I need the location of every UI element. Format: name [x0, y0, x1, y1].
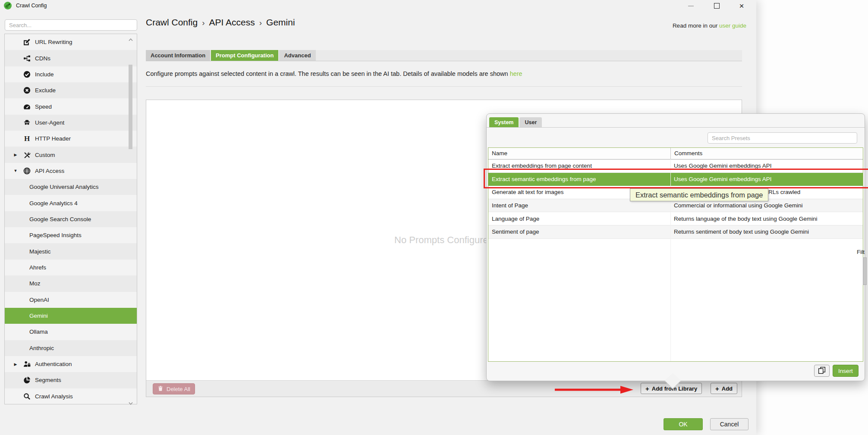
preset-name: Sentiment of page — [488, 228, 670, 235]
sidebar-item-pagespeed-insights[interactable]: PageSpeed Insights — [5, 227, 137, 243]
background-filter-label-fragment: Filt — [857, 249, 865, 255]
sidebar-item-api-access[interactable]: ▼API Access — [5, 163, 137, 179]
sidebar-search-input[interactable] — [5, 19, 137, 31]
sidebar-item-label: API Access — [35, 168, 64, 174]
sidebar-item-segments[interactable]: Segments — [5, 372, 137, 388]
app-frog-icon — [3, 1, 12, 10]
delete-all-button[interactable]: Delete All — [153, 383, 195, 394]
ok-button[interactable]: OK — [664, 418, 703, 430]
sidebar-item-label: Google Universal Analytics — [29, 184, 99, 190]
preset-comment: Uses Google Gemini embeddings API — [670, 163, 863, 169]
sidebar-item-moz[interactable]: Moz — [5, 275, 137, 291]
preset-table: Name Comments Extract embeddings from pa… — [488, 147, 863, 362]
close-button[interactable]: × — [734, 0, 749, 12]
breadcrumb-part: Crawl Config — [146, 17, 198, 27]
auth-icon — [23, 360, 31, 368]
plus-icon: + — [715, 385, 719, 392]
user-agent-icon — [23, 119, 31, 127]
models-here-link[interactable]: here — [510, 70, 522, 77]
sidebar-item-label: Google Analytics 4 — [29, 200, 78, 207]
sidebar-item-user-agent[interactable]: User-Agent — [5, 115, 137, 131]
column-header-comments[interactable]: Comments — [670, 148, 863, 159]
tab-prompt-configuration[interactable]: Prompt Configuration — [211, 50, 278, 61]
sidebar-item-crawl-analysis[interactable]: Crawl Analysis — [5, 388, 137, 404]
search-icon — [23, 392, 31, 401]
sidebar-item-label: Moz — [29, 280, 41, 287]
help-prefix: Read more in our — [673, 22, 717, 29]
sidebar-scrollbar[interactable] — [128, 34, 134, 404]
sidebar-item-speed[interactable]: Speed — [5, 98, 137, 114]
sidebar-item-label: Speed — [35, 103, 52, 110]
preset-table-header: Name Comments — [488, 148, 863, 160]
sidebar-item-label: Majestic — [29, 248, 51, 255]
sidebar-item-google-analytics-4[interactable]: Google Analytics 4 — [5, 195, 137, 211]
insert-button[interactable]: Insert — [833, 365, 859, 377]
sidebar-item-label: Custom — [35, 152, 55, 158]
breadcrumb-part: Gemini — [266, 17, 295, 27]
segments-icon — [23, 376, 31, 384]
sidebar-item-label: Authentication — [35, 361, 72, 367]
sidebar-item-label: User-Agent — [35, 119, 64, 126]
scroll-up-icon[interactable] — [129, 35, 133, 39]
intro-text: Configure prompts against selected conte… — [146, 70, 522, 77]
add-label: Add — [722, 385, 733, 392]
speedometer-icon — [23, 103, 31, 111]
intro-body: Configure prompts against selected conte… — [146, 70, 508, 77]
scroll-down-icon[interactable] — [129, 399, 133, 403]
globe-icon — [23, 167, 31, 175]
sidebar-item-google-universal-analytics[interactable]: Google Universal Analytics — [5, 179, 137, 195]
sidebar-item-openai[interactable]: OpenAI — [5, 292, 137, 308]
tab-advanced[interactable]: Advanced — [279, 50, 315, 61]
maximize-button[interactable] — [709, 0, 724, 12]
close-icon: × — [739, 2, 744, 10]
breadcrumb-separator-icon: › — [202, 18, 204, 27]
chevron-collapsed-icon[interactable]: ▶ — [13, 362, 19, 366]
sidebar-item-authentication[interactable]: ▶Authentication — [5, 356, 137, 372]
preset-row-5[interactable]: Language of PageReturns language of the … — [488, 212, 863, 225]
preset-comment: Returns sentiment of body text using Goo… — [670, 228, 863, 235]
sidebar-item-label: PageSpeed Insights — [29, 232, 82, 238]
maximize-icon — [714, 3, 720, 9]
copy-preset-button[interactable] — [814, 365, 830, 377]
sidebar-item-anthropic[interactable]: Anthropic — [5, 340, 137, 356]
chevron-expanded-icon[interactable]: ▼ — [13, 169, 19, 173]
sidebar-item-cdns[interactable]: CDNs — [5, 50, 137, 66]
sidebar-item-http-header[interactable]: HHTTP Header — [5, 131, 137, 147]
preset-search-input[interactable] — [708, 132, 857, 144]
sidebar-item-gemini[interactable]: Gemini — [5, 308, 137, 324]
sidebar-item-google-search-console[interactable]: Google Search Console — [5, 211, 137, 227]
tools-icon — [23, 151, 31, 159]
sidebar-item-label: Ahrefs — [29, 264, 46, 271]
sidebar-item-label: Ollama — [29, 329, 48, 335]
sidebar-item-ahrefs[interactable]: Ahrefs — [5, 260, 137, 275]
chevron-collapsed-icon[interactable]: ▶ — [13, 153, 19, 157]
preset-comment: Commercial or informational using Google… — [670, 202, 863, 209]
sidebar-item-exclude[interactable]: Exclude — [5, 82, 137, 98]
sidebar-item-label: CDNs — [35, 55, 50, 62]
add-button[interactable]: + Add — [711, 383, 737, 394]
preset-row-1[interactable]: Extract embeddings from page contentUses… — [488, 160, 863, 173]
trash-icon — [157, 385, 164, 393]
sidebar-scroll-thumb[interactable] — [129, 65, 132, 149]
sidebar-item-url-rewriting[interactable]: URL Rewriting — [5, 34, 137, 50]
cancel-button[interactable]: Cancel — [710, 418, 748, 430]
tab-account-information[interactable]: Account Information — [146, 50, 210, 61]
preset-comment: Uses Google Gemini embeddings API — [670, 176, 863, 182]
preset-row-2[interactable]: Extract semantic embeddings from pageUse… — [488, 173, 863, 186]
column-header-name[interactable]: Name — [488, 148, 670, 159]
minimize-button[interactable] — [683, 0, 698, 12]
sidebar-item-include[interactable]: Include — [5, 66, 137, 82]
sidebar-item-majestic[interactable]: Majestic — [5, 243, 137, 259]
preset-row-6[interactable]: Sentiment of pageReturns sentiment of bo… — [488, 225, 863, 239]
sidebar-item-ollama[interactable]: Ollama — [5, 324, 137, 340]
config-section-list: URL RewritingCDNsIncludeExcludeSpeedUser… — [4, 34, 137, 404]
popup-tab-user[interactable]: User — [519, 117, 542, 127]
sidebar-item-custom[interactable]: ▶Custom — [5, 147, 137, 163]
popup-tab-system[interactable]: System — [489, 117, 519, 127]
popup-divider — [487, 127, 865, 128]
sidebar-item-label: Include — [35, 71, 54, 78]
user-guide-link[interactable]: user guide — [719, 22, 746, 29]
preset-comment: Returns language of the body text using … — [670, 216, 863, 222]
background-scrollbar-fragment[interactable] — [863, 257, 867, 285]
sidebar-item-label: Gemini — [29, 313, 48, 319]
